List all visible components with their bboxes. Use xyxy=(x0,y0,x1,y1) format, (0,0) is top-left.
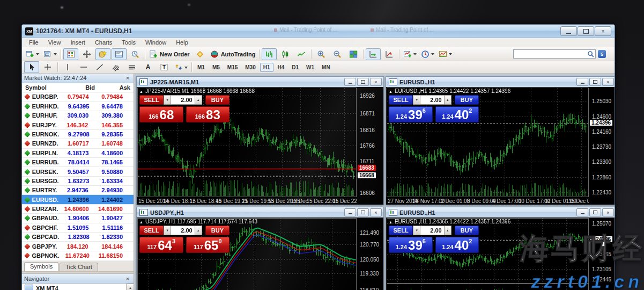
profiles-button[interactable] xyxy=(42,48,58,60)
market-watch-row[interactable]: GBPCHF. 1.51095 1.51116 xyxy=(22,223,134,233)
chart-window-titlebar[interactable]: JP225-MAR15,M1 × xyxy=(137,77,383,88)
market-watch-row[interactable]: EURJPY. 146.342 146.355 xyxy=(22,120,134,129)
market-watch-row[interactable]: GBPNOK. 11.67240 11.68150 xyxy=(22,251,134,260)
sell-button[interactable]: SELL xyxy=(139,95,164,105)
buy-button[interactable]: BUY xyxy=(205,95,230,105)
templates-button[interactable] xyxy=(437,48,454,60)
timeframe-m15[interactable]: M15 xyxy=(224,63,241,72)
chart-restore-button[interactable] xyxy=(357,78,369,86)
sell-price[interactable]: 1.24396 xyxy=(389,106,433,122)
timeframe-m30[interactable]: M30 xyxy=(242,63,258,72)
chart-window-titlebar[interactable]: EURUSD.,H1 × xyxy=(386,207,615,218)
column-ask[interactable]: Ask xyxy=(98,84,134,91)
volume-down-button[interactable]: ▼ xyxy=(164,226,171,235)
minimize-button[interactable] xyxy=(560,26,577,36)
volume-down-button[interactable]: ▼ xyxy=(413,226,420,235)
price-axis[interactable]: 1.250301.246001.241601.237301.233001.228… xyxy=(589,88,615,205)
chart-close-button[interactable]: × xyxy=(602,208,614,216)
bar-chart-button[interactable] xyxy=(262,48,277,60)
market-watch-row[interactable]: EURNZD. 1.60717 1.60748 xyxy=(22,139,134,148)
navigator-toggle[interactable] xyxy=(95,48,110,60)
terminal-toggle[interactable] xyxy=(112,48,127,60)
chart-restore-button[interactable] xyxy=(589,208,601,216)
volume-up-button[interactable]: ▲ xyxy=(444,226,451,235)
volume-field[interactable]: 2.00 xyxy=(171,226,194,235)
market-watch-header[interactable]: Market Watch: 22:47:24 × xyxy=(22,74,134,83)
market-watch-row[interactable]: GBPJPY. 184.120 184.146 xyxy=(22,242,134,251)
menu-help[interactable]: Help xyxy=(171,39,193,46)
price-axis[interactable]: 1.250701.237651.231051.224451.243960.003… xyxy=(589,218,615,290)
candlestick-button[interactable] xyxy=(278,48,293,60)
market-watch-row[interactable]: EURTRY. 2.94736 2.94930 xyxy=(22,186,134,195)
sell-button[interactable]: SELL xyxy=(389,95,413,105)
navigator-scrollbar[interactable]: ▲ xyxy=(126,284,134,290)
chart-close-button[interactable]: × xyxy=(602,78,614,86)
chart-minimize-button[interactable] xyxy=(576,208,588,216)
sell-button[interactable]: SELL xyxy=(139,226,164,235)
buy-price[interactable]: 16683 xyxy=(186,106,230,122)
tab-symbols[interactable]: Symbols xyxy=(24,262,58,271)
market-watch-toggle[interactable] xyxy=(63,48,78,60)
volume-up-button[interactable]: ▲ xyxy=(195,226,202,235)
market-watch-row[interactable]: EURSEK. 9.50457 9.50880 xyxy=(22,167,134,176)
vertical-line-button[interactable] xyxy=(60,61,75,73)
menu-file[interactable]: File xyxy=(24,39,43,46)
zoom-in-button[interactable] xyxy=(314,48,329,60)
market-watch-row[interactable]: EURHUF. 309.030 309.380 xyxy=(22,111,134,120)
market-watch-row[interactable]: EURHKD. 9.64395 9.64478 xyxy=(22,102,134,111)
periods-button[interactable] xyxy=(419,48,436,60)
search-icon[interactable] xyxy=(587,50,595,58)
volume-up-button[interactable]: ▲ xyxy=(444,95,451,105)
chart-restore-button[interactable] xyxy=(589,78,601,86)
market-watch-row[interactable]: EURRUB. 78.0414 78.1465 xyxy=(22,158,134,167)
chart-close-button[interactable]: × xyxy=(370,208,382,216)
volume-up-button[interactable]: ▲ xyxy=(195,95,202,105)
market-watch-row[interactable]: EURNOK. 9.27908 9.28355 xyxy=(22,130,134,139)
navigator-close-icon[interactable]: × xyxy=(124,276,131,282)
sell-price[interactable]: 1.24396 xyxy=(389,237,433,253)
market-watch-close-icon[interactable]: × xyxy=(124,75,131,81)
navigator-account-item[interactable]: XM MT4 xyxy=(22,284,134,290)
search-input[interactable] xyxy=(513,49,596,59)
buy-button[interactable]: BUY xyxy=(205,226,230,235)
restore-button[interactable] xyxy=(578,26,594,36)
timeframe-mn[interactable]: MN xyxy=(319,63,334,72)
market-watch-row[interactable]: EURUSD. 1.24396 1.24402 xyxy=(22,195,134,204)
market-watch-row[interactable]: GBPDKK. 9.36023 9.36215 xyxy=(22,260,134,261)
strategy-tester-toggle[interactable] xyxy=(128,48,143,60)
tile-windows-button[interactable] xyxy=(346,48,361,60)
sell-price[interactable]: 16668 xyxy=(139,106,183,122)
data-window-toggle[interactable] xyxy=(79,48,94,60)
buy-button[interactable]: BUY xyxy=(455,95,479,105)
time-axis[interactable]: 15 Dec 201415 Dec 18:1715 Dec 18:4915 De… xyxy=(137,198,357,205)
new-chart-button[interactable] xyxy=(24,48,41,60)
timeframe-m5[interactable]: M5 xyxy=(209,63,223,72)
sell-price[interactable]: 117643 xyxy=(139,237,183,253)
horizontal-line-button[interactable] xyxy=(76,61,91,73)
line-chart-button[interactable] xyxy=(294,48,309,60)
chart-minimize-button[interactable] xyxy=(344,78,356,86)
new-order-button[interactable]: New Order xyxy=(147,48,191,60)
market-watch-row[interactable]: EURSGD. 1.63273 1.63334 xyxy=(22,177,134,186)
text-label-button[interactable]: T xyxy=(157,61,172,73)
arrows-button[interactable] xyxy=(173,61,189,73)
timeframe-d1[interactable]: D1 xyxy=(288,63,302,72)
price-axis[interactable]: 1692616871168161676616711166061668316668 xyxy=(357,88,383,205)
column-symbol[interactable]: Symbol xyxy=(22,84,63,91)
menu-view[interactable]: View xyxy=(43,39,66,46)
market-watch-row[interactable]: GBPAUD. 1.90406 1.90427 xyxy=(22,214,134,223)
collapse-arrow-icon[interactable]: ▲ xyxy=(139,90,143,93)
autotrading-button[interactable]: AutoTrading xyxy=(209,48,257,60)
menu-insert[interactable]: Insert xyxy=(65,39,90,46)
close-button[interactable]: × xyxy=(595,26,611,36)
window-titlebar[interactable]: XM 1021764: XM MT4 - EURUSD,H1 Mail - Tr… xyxy=(22,25,615,38)
chart-close-button[interactable]: × xyxy=(370,78,382,86)
market-watch-row[interactable]: EURPLN. 4.18173 4.18600 xyxy=(22,149,134,158)
timeframe-w1[interactable]: W1 xyxy=(303,63,317,72)
crosshair-button[interactable] xyxy=(40,61,55,73)
chart-restore-button[interactable] xyxy=(357,208,369,216)
volume-field[interactable]: 2.00 xyxy=(171,95,194,105)
volume-field[interactable]: 2.00 xyxy=(420,226,443,235)
buy-price[interactable]: 1.24402 xyxy=(435,106,479,122)
text-button[interactable]: A xyxy=(140,61,156,73)
